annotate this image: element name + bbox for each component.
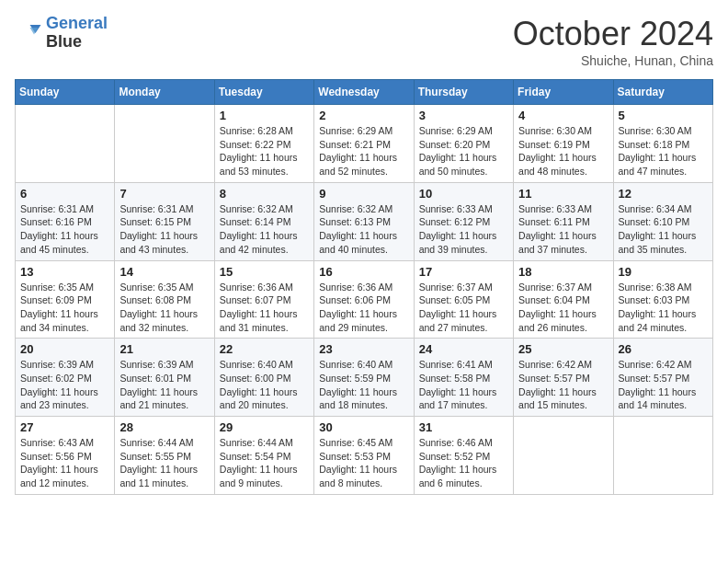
- cell-info: Sunrise: 6:44 AM Sunset: 5:55 PM Dayligh…: [119, 436, 209, 490]
- calendar-week-4: 20Sunrise: 6:39 AM Sunset: 6:02 PM Dayli…: [16, 339, 713, 417]
- header-day-tuesday: Tuesday: [214, 80, 313, 105]
- day-number: 15: [220, 265, 309, 279]
- calendar-cell: 28Sunrise: 6:44 AM Sunset: 5:55 PM Dayli…: [115, 417, 214, 495]
- day-number: 23: [319, 342, 408, 356]
- day-number: 16: [319, 265, 408, 279]
- header-day-monday: Monday: [115, 80, 214, 105]
- day-number: 8: [220, 187, 309, 201]
- calendar-cell: 5Sunrise: 6:30 AM Sunset: 6:18 PM Daylig…: [613, 105, 712, 183]
- cell-info: Sunrise: 6:44 AM Sunset: 5:54 PM Dayligh…: [220, 436, 309, 490]
- page-header: General Blue October 2024 Shuiche, Hunan…: [15, 15, 713, 68]
- calendar-week-2: 6Sunrise: 6:31 AM Sunset: 6:16 PM Daylig…: [16, 182, 713, 260]
- cell-info: Sunrise: 6:42 AM Sunset: 5:57 PM Dayligh…: [619, 358, 708, 412]
- day-number: 6: [20, 187, 109, 201]
- calendar-cell: 2Sunrise: 6:29 AM Sunset: 6:21 PM Daylig…: [314, 105, 414, 183]
- day-number: 28: [119, 420, 209, 434]
- calendar-cell: 23Sunrise: 6:40 AM Sunset: 5:59 PM Dayli…: [314, 339, 414, 417]
- calendar-cell: 12Sunrise: 6:34 AM Sunset: 6:10 PM Dayli…: [613, 182, 712, 260]
- cell-info: Sunrise: 6:37 AM Sunset: 6:04 PM Dayligh…: [518, 281, 608, 335]
- calendar-cell: 25Sunrise: 6:42 AM Sunset: 5:57 PM Dayli…: [514, 339, 613, 417]
- calendar-cell: 27Sunrise: 6:43 AM Sunset: 5:56 PM Dayli…: [16, 417, 115, 495]
- cell-info: Sunrise: 6:40 AM Sunset: 5:59 PM Dayligh…: [319, 358, 408, 412]
- calendar-table: SundayMondayTuesdayWednesdayThursdayFrid…: [15, 79, 713, 495]
- calendar-cell: [16, 105, 115, 183]
- day-number: 11: [518, 187, 608, 201]
- day-number: 17: [419, 265, 508, 279]
- calendar-week-1: 1Sunrise: 6:28 AM Sunset: 6:22 PM Daylig…: [16, 105, 713, 183]
- day-number: 29: [220, 420, 309, 434]
- day-number: 21: [119, 342, 209, 356]
- day-number: 7: [119, 187, 209, 201]
- calendar-header: SundayMondayTuesdayWednesdayThursdayFrid…: [16, 80, 713, 105]
- cell-info: Sunrise: 6:35 AM Sunset: 6:09 PM Dayligh…: [20, 281, 109, 335]
- logo-line1: General: [46, 14, 108, 32]
- cell-info: Sunrise: 6:39 AM Sunset: 6:01 PM Dayligh…: [119, 358, 209, 412]
- cell-info: Sunrise: 6:40 AM Sunset: 6:00 PM Dayligh…: [220, 358, 309, 412]
- day-number: 2: [319, 109, 408, 122]
- day-number: 9: [319, 187, 408, 201]
- cell-info: Sunrise: 6:39 AM Sunset: 6:02 PM Dayligh…: [20, 358, 109, 412]
- calendar-cell: 24Sunrise: 6:41 AM Sunset: 5:58 PM Dayli…: [414, 339, 513, 417]
- cell-info: Sunrise: 6:36 AM Sunset: 6:06 PM Dayligh…: [319, 281, 408, 335]
- day-number: 14: [119, 265, 209, 279]
- cell-info: Sunrise: 6:34 AM Sunset: 6:10 PM Dayligh…: [619, 202, 708, 257]
- day-number: 4: [518, 109, 608, 122]
- header-row: SundayMondayTuesdayWednesdayThursdayFrid…: [16, 80, 713, 105]
- cell-info: Sunrise: 6:42 AM Sunset: 5:57 PM Dayligh…: [518, 358, 608, 412]
- cell-info: Sunrise: 6:31 AM Sunset: 6:15 PM Dayligh…: [119, 202, 209, 257]
- cell-info: Sunrise: 6:35 AM Sunset: 6:08 PM Dayligh…: [119, 281, 209, 335]
- calendar-cell: 7Sunrise: 6:31 AM Sunset: 6:15 PM Daylig…: [115, 182, 214, 260]
- logo-line2: Blue: [46, 33, 108, 52]
- calendar-cell: 15Sunrise: 6:36 AM Sunset: 6:07 PM Dayli…: [214, 260, 313, 339]
- header-day-wednesday: Wednesday: [314, 80, 414, 105]
- day-number: 12: [619, 187, 708, 201]
- cell-info: Sunrise: 6:32 AM Sunset: 6:13 PM Dayligh…: [319, 202, 408, 257]
- header-day-sunday: Sunday: [16, 80, 115, 105]
- cell-info: Sunrise: 6:33 AM Sunset: 6:11 PM Dayligh…: [518, 202, 608, 257]
- day-number: 20: [20, 342, 109, 356]
- cell-info: Sunrise: 6:36 AM Sunset: 6:07 PM Dayligh…: [220, 281, 309, 335]
- calendar-cell: 21Sunrise: 6:39 AM Sunset: 6:01 PM Dayli…: [115, 339, 214, 417]
- calendar-week-5: 27Sunrise: 6:43 AM Sunset: 5:56 PM Dayli…: [16, 417, 713, 495]
- day-number: 1: [220, 109, 309, 122]
- day-number: 18: [518, 265, 608, 279]
- calendar-cell: 3Sunrise: 6:29 AM Sunset: 6:20 PM Daylig…: [414, 105, 513, 183]
- day-number: 3: [419, 109, 508, 122]
- calendar-cell: 13Sunrise: 6:35 AM Sunset: 6:09 PM Dayli…: [16, 260, 115, 339]
- day-number: 26: [619, 342, 708, 356]
- logo-text: General Blue: [46, 15, 108, 52]
- calendar-cell: [115, 105, 214, 183]
- cell-info: Sunrise: 6:29 AM Sunset: 6:20 PM Dayligh…: [419, 124, 508, 178]
- svg-marker-1: [30, 28, 39, 35]
- calendar-week-3: 13Sunrise: 6:35 AM Sunset: 6:09 PM Dayli…: [16, 260, 713, 339]
- day-number: 5: [619, 109, 708, 122]
- cell-info: Sunrise: 6:31 AM Sunset: 6:16 PM Dayligh…: [20, 202, 109, 257]
- calendar-cell: 1Sunrise: 6:28 AM Sunset: 6:22 PM Daylig…: [214, 105, 313, 183]
- day-number: 25: [518, 342, 608, 356]
- day-number: 10: [419, 187, 508, 201]
- cell-info: Sunrise: 6:30 AM Sunset: 6:18 PM Dayligh…: [619, 124, 708, 178]
- cell-info: Sunrise: 6:38 AM Sunset: 6:03 PM Dayligh…: [619, 281, 708, 335]
- header-day-friday: Friday: [514, 80, 613, 105]
- calendar-cell: 22Sunrise: 6:40 AM Sunset: 6:00 PM Dayli…: [214, 339, 313, 417]
- calendar-cell: 9Sunrise: 6:32 AM Sunset: 6:13 PM Daylig…: [314, 182, 414, 260]
- calendar-cell: 4Sunrise: 6:30 AM Sunset: 6:19 PM Daylig…: [514, 105, 613, 183]
- cell-info: Sunrise: 6:30 AM Sunset: 6:19 PM Dayligh…: [518, 124, 608, 178]
- calendar-cell: 10Sunrise: 6:33 AM Sunset: 6:12 PM Dayli…: [414, 182, 513, 260]
- calendar-cell: 30Sunrise: 6:45 AM Sunset: 5:53 PM Dayli…: [314, 417, 414, 495]
- logo: General Blue: [15, 15, 108, 52]
- calendar-cell: 16Sunrise: 6:36 AM Sunset: 6:06 PM Dayli…: [314, 260, 414, 339]
- location-subtitle: Shuiche, Hunan, China: [513, 53, 713, 68]
- cell-info: Sunrise: 6:41 AM Sunset: 5:58 PM Dayligh…: [419, 358, 508, 412]
- calendar-cell: 20Sunrise: 6:39 AM Sunset: 6:02 PM Dayli…: [16, 339, 115, 417]
- calendar-cell: 19Sunrise: 6:38 AM Sunset: 6:03 PM Dayli…: [613, 260, 712, 339]
- day-number: 30: [319, 420, 408, 434]
- calendar-cell: 11Sunrise: 6:33 AM Sunset: 6:11 PM Dayli…: [514, 182, 613, 260]
- header-day-thursday: Thursday: [414, 80, 513, 105]
- calendar-body: 1Sunrise: 6:28 AM Sunset: 6:22 PM Daylig…: [16, 105, 713, 495]
- cell-info: Sunrise: 6:28 AM Sunset: 6:22 PM Dayligh…: [220, 124, 309, 178]
- day-number: 27: [20, 420, 109, 434]
- logo-icon: [15, 19, 42, 47]
- cell-info: Sunrise: 6:45 AM Sunset: 5:53 PM Dayligh…: [319, 436, 408, 490]
- day-number: 31: [419, 420, 508, 434]
